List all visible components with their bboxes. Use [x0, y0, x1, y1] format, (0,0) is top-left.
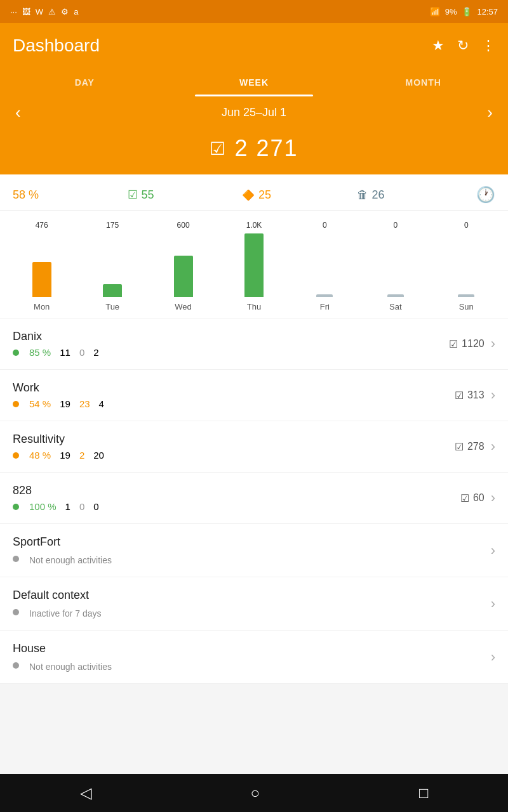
- wifi-icon: 📶: [430, 7, 440, 16]
- dot-828: [13, 504, 19, 510]
- bar-day-sat: Sat: [389, 302, 402, 311]
- project-item-828[interactable]: 828 100 % 1 0 0 ☑ 60 ›: [0, 473, 508, 524]
- project-name-resultivity: Resultivity: [13, 433, 455, 446]
- bar-rect-sat: [387, 294, 404, 297]
- status-dots: ···: [10, 7, 17, 16]
- project-info-danix: Danix 85 % 11 0 2: [13, 330, 449, 358]
- bar-rect-fri: [316, 294, 333, 297]
- num3-work: 4: [99, 398, 104, 409]
- project-info-sportfort: SportFort Not enough activities: [13, 535, 491, 565]
- stat-deleted: 🗑 26: [357, 188, 472, 202]
- project-stats-work: 54 % 19 23 4: [13, 398, 455, 409]
- history-icon[interactable]: 🕐: [476, 186, 495, 204]
- next-week-button[interactable]: ›: [487, 103, 493, 122]
- prev-week-button[interactable]: ‹: [15, 103, 21, 122]
- project-item-work[interactable]: Work 54 % 19 23 4 ☑ 313 ›: [0, 370, 508, 421]
- clock: 12:57: [477, 7, 498, 16]
- score-check-icon-resultivity: ☑: [455, 441, 464, 453]
- chevron-resultivity[interactable]: ›: [491, 438, 495, 455]
- num1-828: 1: [65, 501, 70, 512]
- project-list: Danix 85 % 11 0 2 ☑ 1120 › Work: [0, 318, 508, 684]
- chevron-sportfort[interactable]: ›: [491, 542, 495, 559]
- chevron-828[interactable]: ›: [491, 490, 495, 506]
- home-button[interactable]: ○: [232, 778, 279, 808]
- project-stats-sportfort: Not enough activities: [13, 553, 491, 565]
- check-icon: ☑: [210, 138, 225, 159]
- bar-label-thu: 1.0K: [246, 221, 262, 230]
- bar-label-mon: 476: [36, 221, 48, 230]
- status-warn-icon: ⚠: [48, 7, 56, 16]
- project-name-work: Work: [13, 381, 455, 395]
- percentage-value: 58 %: [13, 188, 39, 202]
- num2-828: 0: [79, 501, 84, 512]
- week-summary: ☑ 2 271: [0, 129, 508, 174]
- dot-work: [13, 401, 19, 407]
- project-stats-house: Not enough activities: [13, 659, 491, 672]
- refresh-button[interactable]: ↻: [457, 37, 469, 54]
- pct-work: 54 %: [29, 398, 51, 409]
- project-stats-resultivity: 48 % 19 2 20: [13, 450, 455, 461]
- bar-day-sun: Sun: [459, 302, 474, 311]
- tab-week[interactable]: WEEK: [170, 69, 339, 96]
- sportfort-sub: Not enough activities: [29, 555, 112, 565]
- project-name-house: House: [13, 642, 491, 655]
- star-button[interactable]: ★: [432, 37, 444, 54]
- project-stats-828: 100 % 1 0 0: [13, 501, 460, 512]
- tab-day[interactable]: DAY: [0, 69, 170, 96]
- project-info-828: 828 100 % 1 0 0: [13, 484, 460, 512]
- project-item-danix[interactable]: Danix 85 % 11 0 2 ☑ 1120 ›: [0, 318, 508, 370]
- project-right-house: ›: [491, 649, 495, 665]
- score-check-icon-danix: ☑: [449, 338, 458, 350]
- project-right-danix: ☑ 1120 ›: [449, 336, 495, 352]
- in-progress-value: 25: [258, 188, 271, 202]
- chevron-work[interactable]: ›: [491, 387, 495, 403]
- app-header: Dashboard ★ ↻ ⋮: [0, 23, 508, 69]
- project-right-sportfort: ›: [491, 542, 495, 559]
- num1-danix: 11: [60, 347, 70, 358]
- stats-card: 58 % ☑ 55 🔶 25 🗑 26 🕐: [0, 174, 508, 211]
- project-name-828: 828: [13, 484, 460, 497]
- project-stats-default-context: Inactive for 7 days: [13, 606, 491, 619]
- dot-resultivity: [13, 452, 19, 459]
- project-item-sportfort[interactable]: SportFort Not enough activities ›: [0, 524, 508, 577]
- project-item-house[interactable]: House Not enough activities ›: [0, 631, 508, 684]
- bar-label-sun: 0: [464, 221, 469, 230]
- num2-work: 23: [79, 398, 90, 409]
- project-item-resultivity[interactable]: Resultivity 48 % 19 2 20 ☑ 278 ›: [0, 421, 508, 473]
- project-name-danix: Danix: [13, 330, 449, 343]
- project-right-resultivity: ☑ 278 ›: [455, 438, 495, 455]
- chevron-house[interactable]: ›: [491, 649, 495, 665]
- bar-label-sat: 0: [393, 221, 398, 230]
- bottom-nav: ◁ ○ □: [0, 774, 508, 812]
- status-gear-icon: ⚙: [61, 7, 69, 16]
- dot-house: [13, 662, 19, 669]
- bar-rect-tue: [103, 284, 122, 297]
- project-score-resultivity: ☑ 278: [455, 441, 485, 453]
- more-menu-button[interactable]: ⋮: [481, 37, 495, 54]
- status-bar-right: 📶 9% 🔋 12:57: [430, 7, 498, 16]
- tab-month[interactable]: MONTH: [338, 69, 508, 96]
- chevron-danix[interactable]: ›: [491, 336, 495, 352]
- chevron-default-context[interactable]: ›: [491, 596, 495, 612]
- total-tasks: 2 271: [234, 135, 298, 162]
- bar-label-wed: 600: [177, 221, 190, 230]
- status-bar-left: ··· 🖼 W ⚠ ⚙ a: [10, 7, 78, 16]
- project-item-default-context[interactable]: Default context Inactive for 7 days ›: [0, 577, 508, 631]
- num3-resultivity: 20: [93, 450, 104, 461]
- score-value-work: 313: [467, 390, 485, 401]
- recent-button[interactable]: □: [400, 778, 448, 808]
- completed-value: 55: [142, 188, 154, 202]
- stat-completed: ☑ 55: [128, 188, 243, 202]
- project-info-default-context: Default context Inactive for 7 days: [13, 589, 491, 619]
- score-value-828: 60: [473, 492, 485, 504]
- score-value-danix: 1120: [462, 338, 485, 350]
- bar-mon: 476 Mon: [6, 221, 77, 311]
- header-actions: ★ ↻ ⋮: [432, 37, 495, 54]
- score-check-icon-828: ☑: [460, 492, 469, 504]
- bar-label-fri: 0: [323, 221, 327, 230]
- main-content: 58 % ☑ 55 🔶 25 🗑 26 🕐 476 Mon 175: [0, 174, 508, 722]
- back-button[interactable]: ◁: [61, 778, 110, 808]
- tabs-bar: DAY WEEK MONTH: [0, 69, 508, 96]
- pct-828: 100 %: [29, 501, 57, 512]
- status-bar: ··· 🖼 W ⚠ ⚙ a 📶 9% 🔋 12:57: [0, 0, 508, 23]
